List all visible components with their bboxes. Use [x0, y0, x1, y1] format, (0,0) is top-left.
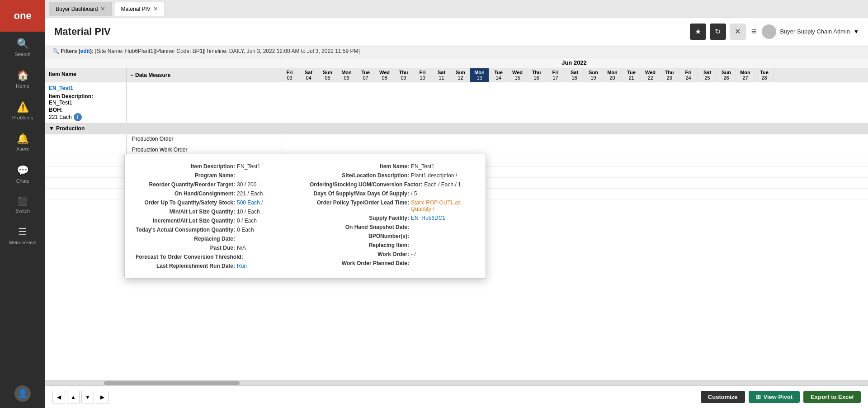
popup-row-min-lot: Min/Alt Lot Size Quantity: 10 / Each	[136, 209, 301, 215]
collapse-icon[interactable]: −	[130, 72, 133, 78]
item-description-value: EN_Test1	[49, 100, 123, 106]
hamburger-menu-button[interactable]: ≡	[750, 24, 759, 38]
section-collapse-icon[interactable]: ▼	[49, 125, 54, 132]
customize-button[interactable]: Customize	[701, 391, 745, 403]
day-col-24: Fri24	[679, 68, 698, 82]
sidebar-item-search[interactable]: 🔍 Search	[0, 32, 45, 63]
export-excel-button[interactable]: Export to Excel	[803, 391, 861, 403]
bottom-bar: ◀ ▲ ▼ ▶ Customize ⊞ View Pivot Export to…	[45, 385, 868, 408]
user-name: Buyer Supply Chain Admin	[780, 28, 850, 35]
sidebar-item-switch[interactable]: ⬛ Switch	[0, 190, 45, 220]
day-col-16: Thu16	[527, 68, 546, 82]
day-col-21: Tue21	[622, 68, 641, 82]
profile-icon: 👤	[18, 389, 28, 399]
popup-row-program-name: Program Name:	[136, 172, 301, 179]
item-row: EN_Test1 Item Description: EN_Test1 BOH:…	[45, 82, 868, 123]
day-col-13: Mon13	[470, 68, 489, 82]
nav-up-button[interactable]: ▲	[67, 391, 80, 403]
sidebar-item-home[interactable]: 🏠 Home	[0, 63, 45, 95]
day-col-19: Sun19	[584, 68, 603, 82]
refresh-button[interactable]: ↻	[710, 24, 726, 40]
item-name-link[interactable]: EN_Test1	[49, 85, 123, 91]
favorite-button[interactable]: ★	[690, 24, 706, 40]
tab-bar: Buyer Dashboard ✕ Material PIV ✕	[45, 0, 868, 18]
day-col-07: Tue07	[356, 68, 375, 82]
popup-row-reorder-qty: Reorder Quantity/Reorder Target: 30 / 20…	[136, 181, 301, 188]
close-button[interactable]: ✕	[730, 24, 746, 40]
sidebar-item-profile[interactable]: 👤	[0, 379, 45, 408]
filter-edit-link[interactable]: edit	[80, 48, 90, 54]
nav-first-button[interactable]: ◀	[52, 391, 65, 403]
section-header-production: ▼ Production	[45, 123, 868, 134]
popup-row-on-hand: On Hand/Consignment: 221 / Each	[136, 190, 301, 197]
user-section: Buyer Supply Chain Admin ▼	[762, 24, 859, 39]
popup-row-item-desc: Item Description: EN_Test1	[136, 163, 301, 170]
day-col-08: Wed08	[375, 68, 394, 82]
page-title: Material PIV	[54, 26, 111, 38]
filter-icon: 🔍	[52, 48, 61, 54]
info-icon[interactable]: i	[74, 113, 82, 121]
boh-value: 221 Each	[49, 114, 72, 120]
day-col-10: Fri10	[413, 68, 432, 82]
sidebar-item-chats[interactable]: 💬 Chats	[0, 158, 45, 190]
filter-prefix: Filters (edit):	[61, 48, 94, 54]
scroll-thumb[interactable]	[104, 381, 240, 385]
switch-icon: ⬛	[18, 196, 28, 206]
popup-left-col: Item Description: EN_Test1 Program Name:…	[136, 163, 301, 269]
user-dropdown-icon[interactable]: ▼	[854, 28, 859, 35]
day-col-15: Wed15	[508, 68, 527, 82]
popup-row-days-supply: Days Of Supply/Max Days Of Supply: / 5	[310, 190, 475, 197]
popup-row-replacing-item: Replacing Item:	[310, 242, 475, 248]
day-col-17: Fri17	[546, 68, 565, 82]
row-item-cell-6	[45, 189, 127, 199]
day-col-06: Mon06	[337, 68, 356, 82]
day-col-05: Sun05	[318, 68, 337, 82]
popup-row-site-location: Site/Location Description: Plant1 descri…	[310, 172, 475, 179]
warning-icon: ⚠️	[17, 101, 29, 113]
horizontal-scrollbar[interactable]	[45, 380, 868, 385]
sidebar-item-problems[interactable]: ⚠️ Problems	[0, 95, 45, 127]
pivot-icon: ⊞	[756, 394, 761, 400]
grid-header-row: Item Name − Data Measure Fri03 Sat04 Sun…	[45, 68, 868, 82]
row-item-cell-4	[45, 167, 127, 177]
popup-row-last-replenishment: Last Replenishment Run Date: Run	[136, 263, 301, 269]
nav-last-button[interactable]: ▶	[96, 391, 108, 403]
nav-down-button[interactable]: ▼	[81, 391, 94, 403]
popup-row-past-due: Past Due: N/A	[136, 245, 301, 251]
menu-icon: ☰	[18, 226, 27, 238]
page-header: Material PIV ★ ↻ ✕ ≡ Buyer Supply Chain …	[45, 18, 868, 45]
sidebar-item-menus[interactable]: ☰ Menus/Favs	[0, 220, 45, 251]
item-name-cell: EN_Test1 Item Description: EN_Test1 BOH:…	[45, 82, 127, 123]
search-icon: 🔍	[17, 38, 29, 50]
popup-row-bpo-numbers: BPONumber(s):	[310, 233, 475, 239]
popup-row-forecast-threshold: Forecast To Order Conversion Threshold:	[136, 254, 301, 260]
boh-row: 221 Each i	[49, 113, 123, 121]
popup-row-on-hand-snapshot: On Hand Snapshot Date:	[310, 224, 475, 230]
view-pivot-button[interactable]: ⊞ View Pivot	[749, 391, 800, 403]
popup-row-supply-facility: Supply Facility: EN_Hub6DC1	[310, 215, 475, 221]
day-col-09: Thu09	[394, 68, 413, 82]
popup-row-order-policy: Order Policy Type/Order Lead Time: Stati…	[310, 199, 475, 212]
day-col-23: Thu23	[660, 68, 679, 82]
popup-grid: Item Description: EN_Test1 Program Name:…	[136, 163, 475, 269]
app-logo: one	[0, 0, 45, 32]
home-icon: 🏠	[17, 70, 29, 81]
table-row: Production Order	[45, 134, 868, 145]
popup-card: Item Description: EN_Test1 Program Name:…	[124, 154, 486, 279]
tab-close-material-piv[interactable]: ✕	[153, 5, 158, 12]
sidebar-item-alerts[interactable]: 🔔 Alerts	[0, 127, 45, 158]
nav-buttons: ◀ ▲ ▼ ▶	[52, 391, 108, 403]
bell-icon: 🔔	[17, 133, 29, 145]
tab-material-piv[interactable]: Material PIV ✕	[114, 2, 165, 16]
popup-right-col: Item Name: EN_Test1 Site/Location Descri…	[310, 163, 475, 269]
day-col-20: Mon20	[603, 68, 622, 82]
popup-row-order-up-to: Order Up To Quantity/Safety Stock: 500 E…	[136, 199, 301, 206]
day-col-27: Mon27	[736, 68, 755, 82]
day-col-25: Sat25	[698, 68, 717, 82]
tab-close-buyer-dashboard[interactable]: ✕	[100, 5, 105, 12]
tab-buyer-dashboard[interactable]: Buyer Dashboard ✕	[49, 2, 112, 16]
user-avatar	[762, 24, 776, 39]
item-description-label: Item Description:	[49, 93, 123, 100]
section-title-production: ▼ Production	[45, 123, 280, 134]
chat-icon: 💬	[17, 165, 29, 176]
